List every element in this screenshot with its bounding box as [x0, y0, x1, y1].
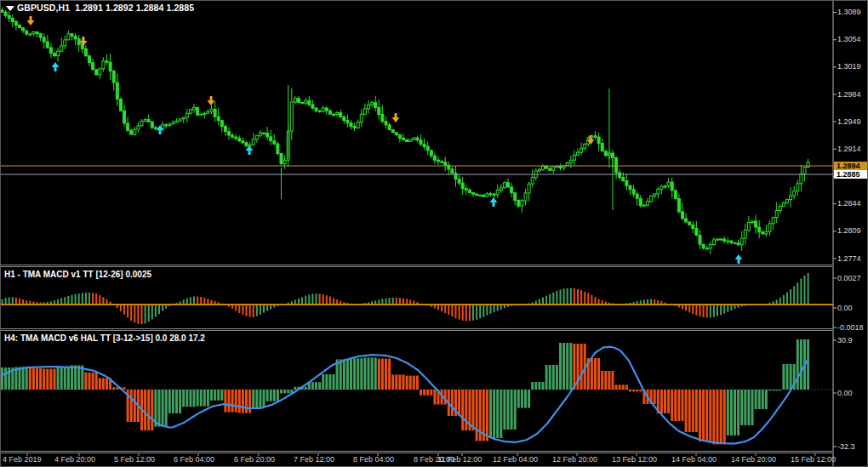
macd-h1-bar [130, 305, 132, 321]
macd-h4-bar [709, 390, 711, 441]
macd-h4-bar [430, 390, 432, 396]
macd-h4-bar [189, 390, 191, 407]
macd-h4-bar [357, 358, 359, 390]
macd-h1-bar [479, 305, 481, 318]
candle-body [325, 108, 328, 111]
candle-body [371, 103, 374, 105]
macd-h4-bar [130, 390, 133, 422]
candle-body [49, 48, 52, 54]
macd-h4-bar [559, 343, 562, 390]
candle-body [528, 184, 530, 193]
macd-h1-bar [141, 305, 143, 324]
candle-body [657, 189, 660, 194]
macd-h4-bar [601, 371, 603, 390]
macd-h4-bar [92, 373, 94, 390]
macd-h4-bar [486, 390, 488, 441]
candle-body [89, 56, 91, 63]
price-axis-label: 1.3089 [837, 9, 861, 16]
macd-h4-axis-label: 0.00 [837, 390, 853, 397]
candle-body [298, 99, 300, 103]
candle-body [179, 119, 181, 121]
macd-h4-bar [562, 343, 565, 390]
macd-h4-bar [368, 357, 370, 390]
pane-separator-3[interactable] [1, 451, 833, 453]
macd-h4-bar [371, 357, 374, 390]
candle-body [84, 48, 87, 55]
macd-h1-bar [319, 293, 321, 305]
macd-h1-bar [389, 298, 391, 305]
macd-h4-bar [762, 390, 764, 409]
macd-h4-bar [158, 390, 161, 427]
macd-h1-bar [193, 297, 195, 305]
macd-h4-bar [273, 390, 276, 402]
macd-h4-bar [549, 365, 551, 390]
candle-body [594, 136, 597, 138]
macd-h4-bar [207, 390, 209, 407]
candle-body [99, 69, 101, 75]
quote-low: 1.2884 [136, 3, 164, 13]
macd-h4-bar [57, 367, 60, 390]
macd-h4-bar [165, 390, 168, 427]
macd-h1-bar [462, 305, 464, 321]
candle-body [242, 141, 244, 143]
macd-h1-bar [207, 299, 208, 305]
macd-h1-bar [727, 305, 728, 312]
macd-h1-bar [203, 298, 205, 305]
candle-body [1, 10, 3, 12]
quote-open: 1.2891 [75, 3, 103, 13]
candle-body [270, 137, 272, 141]
candle-body [398, 134, 401, 138]
chart-canvas[interactable] [1, 1, 868, 467]
candle-body [353, 127, 356, 128]
pane-separator-1[interactable] [1, 265, 833, 267]
macd-h1-bar [15, 298, 17, 305]
time-axis-label: 12 Feb 04:00 [493, 455, 538, 464]
candle-body [220, 121, 223, 127]
candle-body [573, 155, 575, 160]
candle-body [193, 107, 196, 109]
candle-body [378, 108, 380, 115]
candle-body [699, 236, 701, 245]
candle-body [144, 120, 146, 122]
macd-h4-bar [134, 390, 136, 422]
candle-body [430, 151, 432, 156]
candle-body [130, 130, 133, 134]
candle-body [224, 127, 226, 132]
macd-h1-bar [797, 282, 798, 305]
macd-h4-bar [252, 390, 254, 407]
macd-h4-bar [123, 387, 126, 390]
macd-h1-bar [235, 305, 237, 310]
macd-h4-bar [381, 359, 384, 390]
candle-body [458, 179, 460, 184]
symbol-dropdown-icon[interactable] [6, 6, 14, 11]
candle-body [660, 186, 663, 189]
macd-h4-bar [287, 390, 289, 393]
macd-h1-bar [685, 305, 687, 310]
chart-window: GBPUSD,H1 1.2891 1.2892 1.2884 1.2885 H1… [0, 0, 868, 467]
macd-h1-bar [71, 295, 73, 305]
candle-body [479, 195, 482, 196]
macd-h4-bar [566, 343, 568, 390]
price-axis-label: 1.2984 [837, 91, 861, 99]
macd-h4-bar [280, 390, 283, 393]
candle-body [127, 123, 129, 130]
macd-h4-bar [538, 382, 540, 390]
candle-body [140, 121, 143, 126]
candle-body [403, 138, 405, 140]
ask-price-tag: 1.2894 [834, 162, 868, 170]
macd-h1-bar [567, 288, 568, 305]
candle-body [451, 169, 454, 174]
candle-body [758, 227, 761, 232]
macd-h4-bar [54, 369, 56, 390]
candle-body [64, 40, 66, 46]
candle-body [695, 229, 698, 236]
macd-h4-bar [231, 390, 234, 413]
macd-h4-bar [179, 390, 181, 413]
macd-h4-bar [95, 373, 98, 390]
pane-separator-2[interactable] [1, 328, 833, 331]
macd-h1-bar [459, 305, 460, 320]
indicator-label-h4-macd: H4: TMA MACD v6 HAL TT [3-12->15] 0.0 28… [4, 333, 205, 343]
candle-body [4, 12, 7, 15]
candle-body [350, 123, 352, 127]
macd-h4-bar [49, 369, 52, 390]
